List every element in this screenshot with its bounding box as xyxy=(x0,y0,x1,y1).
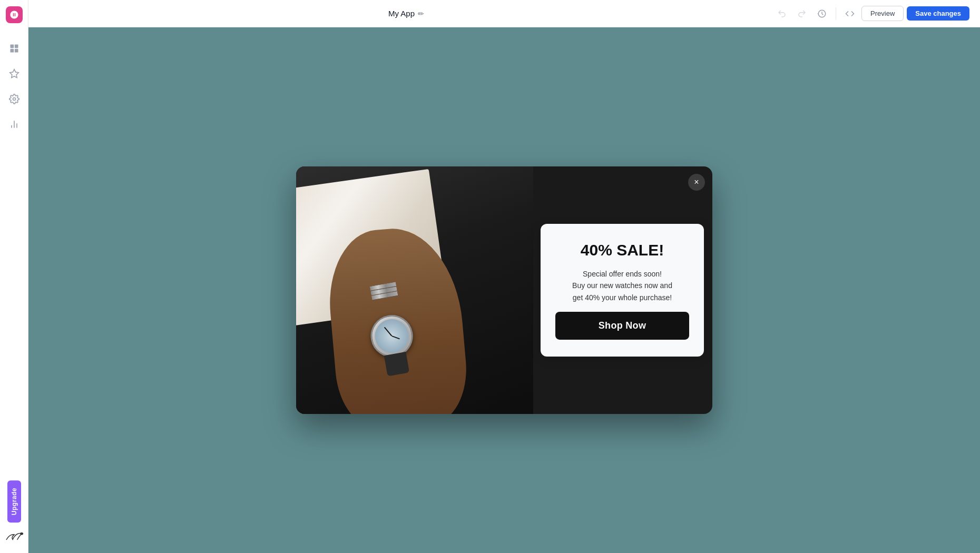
sidebar-item-pages[interactable] xyxy=(4,38,25,59)
popup-sale-title: 40% SALE! xyxy=(581,241,664,260)
toolbar: My App ✏ xyxy=(28,0,980,27)
shop-now-button[interactable]: Shop Now xyxy=(555,312,689,340)
watch-face xyxy=(373,317,411,355)
elements-icon xyxy=(9,68,19,79)
watch-minute-hand xyxy=(384,327,393,336)
brand-logo xyxy=(5,531,24,541)
app-logo[interactable] xyxy=(6,6,23,23)
undo-button[interactable] xyxy=(773,5,790,22)
svg-rect-1 xyxy=(14,45,18,48)
svg-rect-3 xyxy=(14,49,18,53)
code-editor-button[interactable] xyxy=(841,5,858,22)
svg-rect-2 xyxy=(10,49,14,53)
logo-icon xyxy=(9,10,19,19)
popup-content-panel: 40% SALE! Special offer ends soon! Buy o… xyxy=(541,224,704,357)
watch-hour-hand xyxy=(391,335,400,339)
redo-icon xyxy=(797,9,807,18)
sidebar-bottom: Upgrade xyxy=(5,480,24,547)
toolbar-title: My App ✏ xyxy=(43,9,769,18)
undo-icon xyxy=(777,9,787,18)
history-icon xyxy=(817,9,827,18)
bracelet-top xyxy=(370,282,399,305)
popup-close-button[interactable]: × xyxy=(688,174,705,191)
popup-card: × xyxy=(296,166,712,414)
svg-point-4 xyxy=(13,98,15,101)
main-area: My App ✏ xyxy=(28,0,980,553)
toolbar-right-actions: Preview Save changes xyxy=(773,5,969,22)
code-icon xyxy=(845,9,855,18)
sidebar-item-elements[interactable] xyxy=(4,63,25,84)
canvas[interactable]: × xyxy=(28,27,980,553)
redo-button[interactable] xyxy=(793,5,810,22)
edit-title-icon[interactable]: ✏ xyxy=(418,9,424,18)
pages-icon xyxy=(9,43,19,54)
save-changes-button[interactable]: Save changes xyxy=(907,6,969,21)
sidebar-item-analytics[interactable] xyxy=(4,114,25,135)
popup-description: Special offer ends soon! Buy our new wat… xyxy=(572,268,672,303)
upgrade-button[interactable]: Upgrade xyxy=(7,480,21,522)
toolbar-divider xyxy=(836,7,836,20)
watch-case xyxy=(367,311,416,360)
app-title-text: My App xyxy=(388,9,415,18)
sidebar-item-settings[interactable] xyxy=(4,88,25,110)
popup-image-area xyxy=(296,166,533,414)
svg-rect-0 xyxy=(10,45,14,48)
history-button[interactable] xyxy=(814,5,830,22)
sidebar: Upgrade xyxy=(0,0,28,553)
hand-scene xyxy=(296,166,533,414)
watch xyxy=(356,304,431,388)
analytics-icon xyxy=(9,119,19,130)
preview-button[interactable]: Preview xyxy=(861,6,904,21)
svg-point-8 xyxy=(20,532,23,535)
settings-icon xyxy=(9,94,19,104)
watch-band-bottom xyxy=(384,352,409,377)
